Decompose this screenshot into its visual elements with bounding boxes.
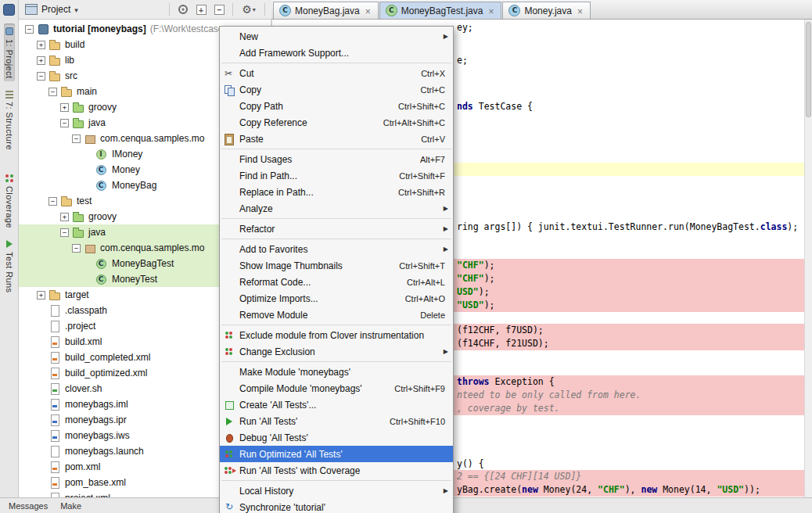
- menu-icon-space: [223, 117, 237, 128]
- tree-item-path: (F:\Work\testcases: [150, 23, 228, 34]
- code-segment: Money(14,: [657, 484, 717, 495]
- cloverage-icon: [5, 174, 14, 183]
- menu-item-copy-path[interactable]: Copy PathCtrl+Shift+C: [220, 98, 453, 114]
- expand-toggle-icon[interactable]: +: [37, 41, 45, 49]
- code-segment: new: [641, 484, 657, 495]
- menu-item-create-all-tests[interactable]: Create 'All Tests'...: [220, 396, 453, 413]
- menu-item-compile-module-moneybags[interactable]: Compile Module 'moneybags'Ctrl+Shift+F9: [220, 380, 453, 396]
- tool-button-7-structure[interactable]: 7: Structure: [4, 86, 15, 153]
- menu-item-shortcut: Ctrl+V: [421, 135, 445, 144]
- menu-item-new[interactable]: New▶: [220, 28, 453, 45]
- expand-toggle-icon[interactable]: +: [37, 291, 45, 300]
- tab-money-java[interactable]: Money.java: [502, 2, 590, 19]
- folder-icon: [60, 196, 73, 206]
- src-folder-icon: [72, 117, 84, 128]
- menu-item-debug-all-tests[interactable]: Debug 'All Tests': [220, 429, 453, 446]
- menu-item-label: Cut: [239, 68, 407, 79]
- tree-item-label: build: [65, 39, 84, 50]
- collapse-all-icon[interactable]: [212, 2, 226, 16]
- menu-item-local-history[interactable]: Local History▶: [220, 483, 453, 499]
- tab-moneybagtest-java[interactable]: MoneyBagTest.java: [379, 2, 502, 19]
- collapse-toggle-icon[interactable]: −: [60, 119, 69, 127]
- menu-item-shortcut: Ctrl+Shift+C: [398, 102, 445, 111]
- menu-item-change-exclusion[interactable]: Change Exclusion▶: [220, 343, 453, 360]
- menu-item-show-image-thumbnails[interactable]: Show Image ThumbnailsCtrl+Shift+T: [220, 257, 453, 274]
- menu-separator: [221, 218, 451, 219]
- menu-item-analyze[interactable]: Analyze▶: [220, 200, 453, 217]
- interface-icon: [95, 149, 108, 160]
- collapse-toggle-icon[interactable]: −: [37, 72, 45, 81]
- menu-item-replace-in-path[interactable]: Replace in Path...Ctrl+Shift+R: [220, 184, 453, 200]
- settings-icon[interactable]: [239, 2, 258, 16]
- menu-item-label: Run 'All Tests': [239, 416, 375, 427]
- test-class-icon: [95, 274, 108, 285]
- locate-icon[interactable]: [176, 2, 190, 16]
- menu-item-label: New: [239, 31, 445, 42]
- collapse-toggle-icon[interactable]: −: [72, 244, 81, 253]
- editor-tab-bar: MoneyBag.javaMoneyBagTest.javaMoney.java: [271, 0, 812, 20]
- idea-icon: [49, 414, 61, 425]
- scrollbar-thumb[interactable]: [806, 22, 811, 117]
- tool-button-label: Cloverage: [5, 186, 14, 228]
- menu-item-copy[interactable]: CopyCtrl+C: [220, 81, 453, 98]
- menu-item-remove-module[interactable]: Remove ModuleDelete: [220, 307, 453, 323]
- code-segment: "CHF": [457, 260, 484, 271]
- menu-item-find-usages[interactable]: Find UsagesAlt+F7: [220, 151, 453, 167]
- menu-item-reformat-code[interactable]: Reformat Code...Ctrl+Alt+L: [220, 274, 453, 290]
- tool-button-1-project[interactable]: 1: Project: [4, 23, 15, 81]
- collapse-toggle-icon[interactable]: −: [49, 197, 57, 206]
- statusbar-item-messages[interactable]: Messages: [3, 500, 53, 512]
- close-tab-icon[interactable]: [487, 6, 495, 16]
- tree-item-label: com.cenqua.samples.mo: [100, 242, 204, 253]
- menu-separator: [221, 63, 451, 63]
- menu-item-add-to-favorites[interactable]: Add to Favorites▶: [220, 241, 453, 257]
- application-menu-icon[interactable]: [3, 4, 15, 16]
- clover-run-icon: [223, 449, 237, 460]
- menu-icon-space: [223, 101, 237, 112]
- menu-item-run-optimized-all-tests[interactable]: Run Optimized 'All Tests': [220, 446, 453, 462]
- expand-toggle-icon[interactable]: +: [37, 56, 45, 65]
- tool-button-cloverage[interactable]: Cloverage: [4, 170, 15, 231]
- close-tab-icon[interactable]: [576, 6, 584, 16]
- menu-item-make-module-moneybags[interactable]: Make Module 'moneybags': [220, 364, 453, 380]
- menu-item-optimize-imports[interactable]: Optimize Imports...Ctrl+Alt+O: [220, 290, 453, 307]
- menu-item-synchronize-tutorial[interactable]: Synchronize 'tutorial': [220, 499, 453, 513]
- statusbar-item-make[interactable]: Make: [55, 500, 87, 512]
- expand-all-icon[interactable]: [194, 2, 208, 16]
- src-folder-icon: [72, 227, 84, 238]
- editor-scrollbar[interactable]: [804, 20, 812, 497]
- run-config-icon: [223, 400, 237, 411]
- menu-item-paste[interactable]: PasteCtrl+V: [220, 131, 453, 147]
- menu-item-find-in-path[interactable]: Find in Path...Ctrl+Shift+F: [220, 167, 453, 184]
- menu-item-label: Refactor: [239, 224, 445, 235]
- code-segment: e;: [457, 55, 468, 66]
- collapse-toggle-icon[interactable]: −: [49, 88, 57, 96]
- menu-item-label: Optimize Imports...: [239, 293, 391, 304]
- expand-toggle-icon[interactable]: +: [60, 103, 69, 112]
- tree-item-label: build.xml: [65, 336, 102, 347]
- debug-icon: [223, 432, 237, 443]
- menu-item-exclude-module-from-clover-instrumentation[interactable]: Exclude module from Clover instrumentati…: [220, 327, 453, 343]
- menu-item-run-all-tests-with-coverage[interactable]: Run 'All Tests' with Coverage: [220, 462, 453, 479]
- folder-icon: [60, 86, 73, 97]
- menu-item-copy-reference[interactable]: Copy ReferenceCtrl+Alt+Shift+C: [220, 114, 453, 131]
- menu-icon-space: [223, 224, 237, 235]
- menu-item-label: Local History: [239, 486, 445, 497]
- menu-item-label: Copy: [239, 84, 407, 95]
- menu-item-shortcut: Ctrl+Alt+Shift+C: [383, 118, 445, 127]
- collapse-toggle-icon[interactable]: −: [60, 228, 69, 237]
- tool-button-test-runs[interactable]: Test Runs: [4, 236, 15, 296]
- project-view-selector[interactable]: Project: [23, 2, 81, 16]
- expand-toggle-icon[interactable]: +: [60, 213, 69, 221]
- menu-item-add-framework-support[interactable]: Add Framework Support...: [220, 45, 453, 61]
- menu-item-run-all-tests[interactable]: Run 'All Tests'Ctrl+Shift+F10: [220, 413, 453, 429]
- tab-moneybag-java[interactable]: MoneyBag.java: [273, 2, 379, 19]
- collapse-toggle-icon[interactable]: −: [25, 25, 34, 34]
- menu-item-refactor[interactable]: Refactor▶: [220, 221, 453, 237]
- code-segment: ey;: [457, 22, 473, 33]
- tool-button-label: Test Runs: [5, 252, 14, 293]
- close-tab-icon[interactable]: [364, 6, 372, 16]
- collapse-toggle-icon[interactable]: −: [72, 135, 81, 143]
- menu-item-cut[interactable]: CutCtrl+X: [220, 65, 453, 81]
- tool-button-label: 7: Structure: [5, 102, 14, 150]
